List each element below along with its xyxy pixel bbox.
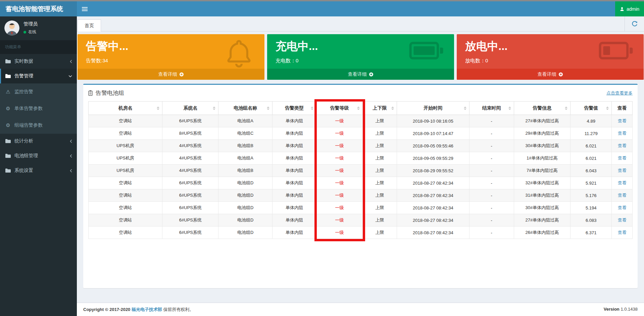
column-header-group-name[interactable]: 电池组名称 <box>218 102 272 115</box>
cell-alarm-level: 一级 <box>316 227 363 239</box>
cell-system-name: 6#UPS系统 <box>162 189 218 202</box>
avatar <box>4 20 19 36</box>
bell-icon <box>223 38 255 71</box>
panel-title: 告警电池组 <box>88 89 124 97</box>
cell-group-name: 电池组A <box>218 115 272 127</box>
cell-group-name: 电池组D <box>218 202 272 214</box>
alarm-level-value: 一级 <box>335 217 344 223</box>
column-header-end-time[interactable]: 结束时间 <box>469 102 514 115</box>
cell-system-name: 8#UPS系统 <box>162 127 218 140</box>
sidebar-item-label: 单体告警参数 <box>14 106 43 112</box>
cell-alarm-info: 7#单体内阻过高 <box>514 165 571 177</box>
cell-start-time: 2018-09-05 09:55:29 <box>397 152 469 165</box>
table-header-row: 机房名 系统名 电池组名称 告警类型 告警等级 上下限 开始时间 结束时间 告警… <box>89 102 633 115</box>
view-link[interactable]: 查看 <box>618 168 627 173</box>
cell-start-time: 2018-08-27 08:42:34 <box>397 177 469 189</box>
user-menu-button[interactable]: admin <box>615 1 644 16</box>
cell-alarm-level: 一级 <box>316 140 363 152</box>
column-header-alarm-type[interactable]: 告警类型 <box>272 102 316 115</box>
tab-home[interactable]: 首页 <box>78 19 101 31</box>
chevron-down-icon <box>68 75 72 77</box>
cell-view: 查看 <box>612 140 633 152</box>
view-link[interactable]: 查看 <box>618 118 627 123</box>
column-header-start-time[interactable]: 开始时间 <box>397 102 469 115</box>
cell-view: 查看 <box>612 189 633 202</box>
card-view-detail-button[interactable]: 查看详细 <box>267 69 454 80</box>
cell-alarm-info: 1#单体内阻过高 <box>514 152 571 165</box>
charging-status-card: 充电中... 充电数：0 查看详细 <box>267 34 454 80</box>
discharging-status-card: 放电中... 放电数：0 查看详细 <box>457 34 644 80</box>
cell-alarm-value: 5.921 <box>571 177 612 189</box>
column-header-limit[interactable]: 上下限 <box>362 102 397 115</box>
cell-view: 查看 <box>612 152 633 165</box>
alarm-level-value: 一级 <box>335 118 344 123</box>
card-view-detail-button[interactable]: 查看详细 <box>457 69 644 80</box>
cell-view: 查看 <box>612 165 633 177</box>
cell-view: 查看 <box>612 127 633 140</box>
alarm-status-card: 告警中... 告警数:34 查看详细 <box>78 34 264 80</box>
view-more-link[interactable]: 点击查看更多 <box>606 90 633 96</box>
version-info: Version 1.0.1438 <box>604 307 638 312</box>
view-link[interactable]: 查看 <box>618 193 627 198</box>
table-wrapper: 机房名 系统名 电池组名称 告警类型 告警等级 上下限 开始时间 结束时间 告警… <box>88 101 633 239</box>
cell-limit: 上限 <box>362 214 397 227</box>
view-detail-label: 查看详细 <box>538 71 556 77</box>
cell-alarm-info: 27#单体内阻过高 <box>514 115 571 127</box>
online-status-dot <box>23 31 26 34</box>
company-link[interactable]: 福光电子技术部 <box>132 307 162 312</box>
view-link[interactable]: 查看 <box>618 155 627 161</box>
cell-limit: 上限 <box>362 202 397 214</box>
user-status[interactable]: 在线 <box>23 29 38 35</box>
cell-limit: 上限 <box>362 227 397 239</box>
page-footer: Version 1.0.1438 Copyright © 2017-2020 福… <box>77 303 644 316</box>
cell-end-time: - <box>469 177 514 189</box>
column-header-alarm-info[interactable]: 告警信息 <box>514 102 571 115</box>
table-row: 空调站6#UPS系统电池组D单体内阻一级上限2018-08-27 08:42:3… <box>89 177 633 189</box>
cell-start-time: 2018-08-27 08:42:34 <box>397 227 469 239</box>
cell-start-time: 2018-08-27 08:42:34 <box>397 214 469 227</box>
view-link[interactable]: 查看 <box>618 131 627 136</box>
card-view-detail-button[interactable]: 查看详细 <box>78 69 264 80</box>
cell-view: 查看 <box>612 177 633 189</box>
cell-alarm-level: 一级 <box>316 127 363 140</box>
view-link[interactable]: 查看 <box>618 180 627 185</box>
alarm-table-body: 空调站6#UPS系统电池组A单体内阻一级上限2018-09-10 08:16:0… <box>89 115 633 239</box>
cell-alarm-info: 26#单体内阻过高 <box>514 227 571 239</box>
refresh-button[interactable] <box>625 16 644 31</box>
column-header-alarm-value[interactable]: 告警值 <box>571 102 612 115</box>
view-link[interactable]: 查看 <box>618 143 627 148</box>
column-header-room-name[interactable]: 机房名 <box>89 102 162 115</box>
alarm-management-submenu: ⚠ 监控告警 ⚙ 单体告警参数 ⚙ 组端告警参数 <box>0 83 77 134</box>
cell-system-name: 6#UPS系统 <box>162 227 218 239</box>
cell-alarm-info: 29#单体内阻过高 <box>514 127 571 140</box>
cell-group-name: 电池组D <box>218 227 272 239</box>
cell-end-time: - <box>469 127 514 140</box>
sidebar-item-group-alarm-params[interactable]: ⚙ 组端告警参数 <box>0 117 77 134</box>
cell-alarm-value: 4.89 <box>571 115 612 127</box>
sidebar-item-alarm-management[interactable]: 告警管理 <box>0 69 77 83</box>
sidebar-item-monitor-alarm[interactable]: ⚠ 监控告警 <box>0 83 77 100</box>
view-link[interactable]: 查看 <box>618 230 627 235</box>
cell-room-name: 空调站 <box>89 214 162 227</box>
sidebar-item-statistics[interactable]: 统计分析 <box>0 134 77 148</box>
cell-alarm-level: 一级 <box>316 189 363 202</box>
cell-alarm-value: 11.279 <box>571 127 612 140</box>
sidebar-toggle-button[interactable] <box>77 1 92 16</box>
view-link[interactable]: 查看 <box>618 217 627 223</box>
online-status-label: 在线 <box>28 29 36 35</box>
cell-alarm-type: 单体内阻 <box>272 227 316 239</box>
view-link[interactable]: 查看 <box>618 205 627 210</box>
alarm-level-value: 一级 <box>335 131 344 136</box>
alarm-level-value: 一级 <box>335 193 344 198</box>
cell-system-name: 4#UPS系统 <box>162 152 218 165</box>
sidebar-item-battery-group-management[interactable]: 电池组管理 <box>0 148 77 163</box>
cell-alarm-level: 一级 <box>316 202 363 214</box>
cell-end-time: - <box>469 227 514 239</box>
cell-end-time: - <box>469 152 514 165</box>
sidebar-item-realtime-data[interactable]: 实时数据 <box>0 54 77 69</box>
sidebar-item-cell-alarm-params[interactable]: ⚙ 单体告警参数 <box>0 100 77 117</box>
column-header-system-name[interactable]: 系统名 <box>162 102 218 115</box>
cell-room-name: 空调站 <box>89 177 162 189</box>
column-header-alarm-level[interactable]: 告警等级 <box>316 102 363 115</box>
sidebar-item-system-settings[interactable]: 系统设置 <box>0 163 77 178</box>
